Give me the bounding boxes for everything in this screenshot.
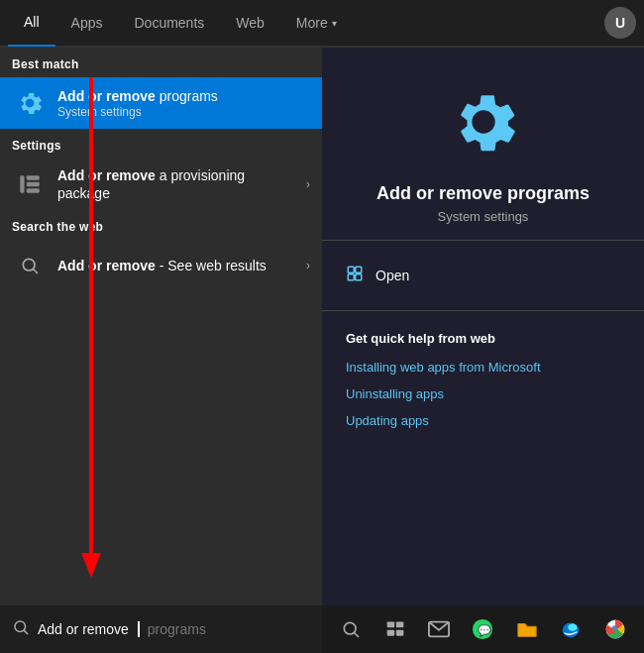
more-dropdown-arrow: ▾ (332, 18, 337, 29)
right-divider (322, 240, 644, 241)
web-search-label: Search the web (0, 210, 322, 240)
svg-rect-18 (386, 630, 394, 636)
svg-rect-19 (395, 630, 403, 636)
svg-text:💬: 💬 (478, 623, 491, 637)
taskbar-taskview-icon[interactable] (381, 615, 407, 643)
svg-line-13 (24, 630, 27, 633)
help-link-2[interactable]: Updating apps (322, 407, 644, 434)
right-title-bold: Add or remove (376, 183, 502, 203)
nav-more[interactable]: More ▾ (280, 0, 353, 47)
nav-web[interactable]: Web (220, 0, 280, 47)
nav-apps[interactable]: Apps (55, 0, 119, 47)
top-nav: All Apps Documents Web More ▾ U (0, 0, 644, 48)
svg-point-24 (569, 624, 578, 631)
nav-apps-label: Apps (71, 15, 103, 31)
open-action[interactable]: Open (322, 257, 644, 294)
settings-provisioning-text: Add or remove a provisioning package (57, 166, 298, 202)
taskbar-chrome-icon[interactable] (602, 615, 628, 643)
search-cursor (138, 621, 140, 637)
main-layout: Best match Add or remove programs System… (0, 48, 644, 605)
web-search-item[interactable]: Add or remove - See web results › (0, 240, 322, 291)
nav-all[interactable]: All (8, 0, 55, 47)
svg-rect-9 (356, 274, 362, 280)
help-link-1[interactable]: Uninstalling apps (322, 381, 644, 407)
web-chevron-right-icon: › (306, 259, 310, 272)
best-match-item[interactable]: Add or remove programs System settings (0, 77, 322, 129)
web-search-title: Add or remove - See web results (57, 257, 298, 274)
best-match-label: Best match (0, 48, 322, 77)
settings-provisioning-icon (12, 166, 48, 202)
svg-rect-16 (386, 622, 394, 628)
svg-rect-0 (20, 176, 24, 193)
search-typed-text: Add or remove (38, 621, 129, 637)
gear-icon (12, 85, 48, 121)
open-label: Open (376, 268, 409, 283)
avatar-letter: U (615, 15, 625, 31)
best-match-title-bold: Add or remove (57, 88, 156, 104)
nav-web-label: Web (236, 15, 265, 31)
search-icon (12, 618, 30, 640)
web-search-text: Add or remove - See web results (57, 257, 298, 274)
svg-line-5 (34, 270, 38, 273)
search-bar[interactable]: Add or removeprograms (0, 605, 322, 653)
taskbar-mail-icon[interactable] (426, 615, 452, 643)
web-search-rest: - See web results (156, 258, 267, 273)
taskbar-search-icon[interactable] (338, 615, 364, 643)
svg-rect-7 (356, 268, 362, 273)
svg-rect-17 (395, 622, 403, 628)
best-match-title-rest: programs (156, 88, 218, 104)
user-avatar[interactable]: U (604, 7, 636, 39)
taskbar-edge-icon[interactable] (558, 615, 584, 643)
right-panel: Add or remove programs System settings O… (322, 48, 644, 605)
taskbar-explorer-icon[interactable] (514, 615, 540, 643)
open-icon (346, 265, 364, 286)
svg-rect-2 (27, 182, 40, 186)
nav-more-label: More (296, 15, 328, 31)
svg-rect-8 (348, 274, 354, 280)
svg-rect-3 (27, 189, 40, 193)
taskbar-right: 💬 (322, 605, 644, 653)
svg-rect-6 (348, 268, 354, 273)
web-search-icon (12, 248, 48, 283)
right-icon-area (439, 77, 528, 166)
nav-documents[interactable]: Documents (118, 0, 220, 47)
settings-provisioning-title: Add or remove a provisioning package (57, 166, 298, 202)
right-title-rest: programs (502, 183, 590, 203)
settings-provisioning-bold: Add or remove (57, 167, 156, 183)
search-placeholder: programs (148, 621, 206, 637)
right-app-subtitle: System settings (438, 209, 529, 224)
taskbar-whatsapp-icon[interactable]: 💬 (470, 615, 495, 643)
quick-help-title: Get quick help from web (322, 327, 644, 354)
chevron-right-icon: › (306, 177, 310, 191)
best-match-text: Add or remove programs System settings (57, 87, 310, 119)
right-app-title: Add or remove programs (357, 182, 609, 205)
nav-documents-label: Documents (134, 15, 204, 31)
settings-provisioning-item[interactable]: Add or remove a provisioning package › (0, 159, 322, 210)
right-divider-2 (322, 310, 644, 311)
svg-rect-1 (27, 176, 40, 180)
svg-line-15 (355, 633, 359, 637)
nav-all-label: All (24, 14, 40, 30)
best-match-subtitle: System settings (57, 105, 310, 119)
web-search-bold: Add or remove (57, 258, 156, 273)
settings-label: Settings (0, 129, 322, 159)
best-match-title: Add or remove programs (57, 87, 310, 105)
left-panel: Best match Add or remove programs System… (0, 48, 322, 605)
help-link-0[interactable]: Installing web apps from Microsoft (322, 354, 644, 381)
